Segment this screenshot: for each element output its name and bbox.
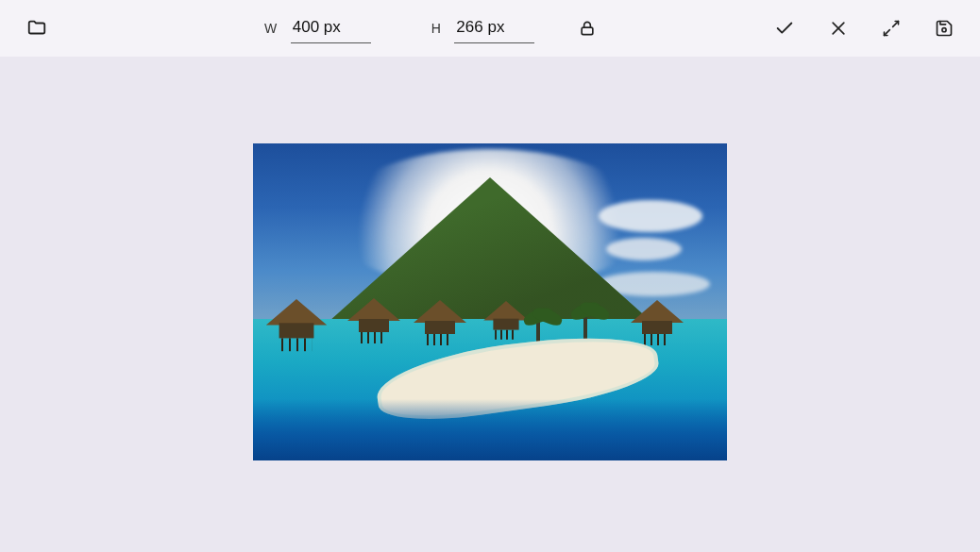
- svg-point-3: [942, 28, 946, 32]
- svg-rect-0: [583, 27, 594, 34]
- save-icon[interactable]: [935, 19, 954, 38]
- check-icon[interactable]: [774, 18, 795, 39]
- folder-icon[interactable]: [26, 18, 47, 39]
- width-label: W: [264, 21, 278, 36]
- toolbar: W H: [0, 0, 980, 57]
- lock-icon[interactable]: [578, 19, 597, 38]
- width-input[interactable]: [291, 14, 371, 43]
- close-icon[interactable]: [829, 19, 848, 38]
- toolbar-left: [26, 18, 47, 39]
- rotate-icon[interactable]: [882, 19, 901, 38]
- height-label: H: [431, 21, 442, 36]
- canvas-area: [0, 57, 980, 552]
- height-input[interactable]: [454, 14, 534, 43]
- image-preview[interactable]: [253, 143, 727, 460]
- toolbar-actions: [774, 18, 954, 39]
- dimensions-group: W H: [264, 14, 597, 43]
